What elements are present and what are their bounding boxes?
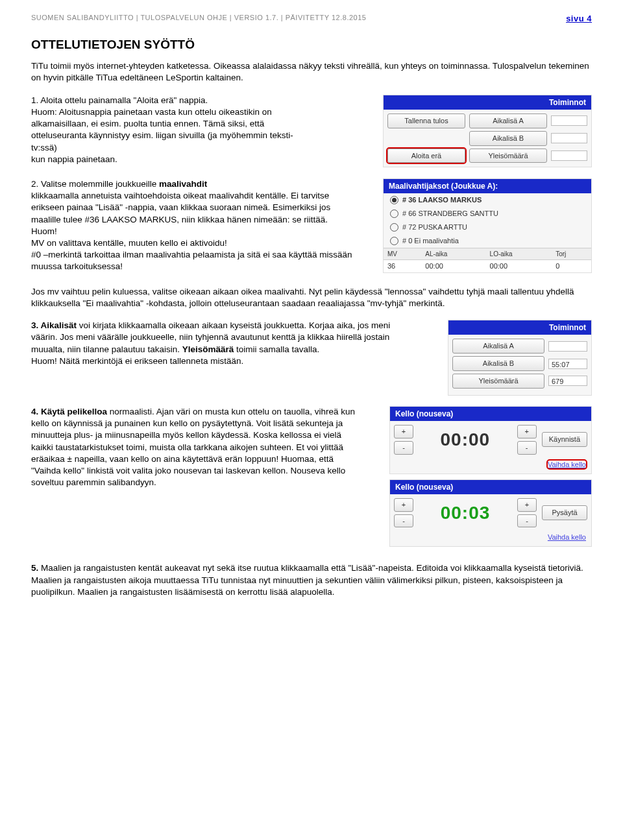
min-plus-button[interactable]: + (394, 425, 413, 438)
min-minus-button[interactable]: - (394, 441, 413, 455)
toiminnot-panel: Toiminnot Tallenna tulos Aikalisä A Aika… (383, 95, 592, 168)
clock-header-1: Kello (nouseva) (390, 407, 591, 421)
maalivahtijaksot-panel: Maalivahtijaksot (Joukkue A): # 36 LAAKS… (383, 178, 592, 273)
aikalisa-a-value[interactable] (548, 341, 587, 352)
page-number: sivu 4 (566, 13, 592, 25)
mv-option-72[interactable]: # 72 PUSKA ARTTU (384, 221, 591, 234)
toiminnot-header: Toiminnot (384, 95, 591, 110)
sec-plus-button-2[interactable]: + (517, 498, 537, 512)
yleisomaara-value[interactable]: 679 (548, 376, 587, 386)
sec-plus-button[interactable]: + (517, 425, 537, 438)
step4: 4. Käytä pelikelloa normaalisti. Ajan vä… (31, 406, 356, 489)
intro-text: TiTu toimii myös internet-yhteyden katke… (31, 60, 592, 84)
toiminnot-panel-2: Toiminnot Aikalisä A Aikalisä B 55:07 Yl… (448, 320, 592, 396)
sec-minus-button[interactable]: - (517, 441, 537, 455)
vaihda-kello-link-2[interactable]: Vaihda kello (548, 533, 586, 541)
min-plus-button-2[interactable]: + (394, 498, 413, 512)
yleisomaara-field[interactable] (551, 150, 587, 161)
mv-change-note: Jos mv vaihtuu pelin kuluessa, valitse o… (31, 286, 592, 309)
th-lo: LO-aika (486, 248, 552, 260)
tallenna-tulos-button[interactable]: Tallenna tulos (387, 114, 465, 128)
th-torj: Torj (552, 248, 591, 260)
clock-panel-stopped: Kello (nouseva) + - 00:00 + - Käynnistä … (389, 406, 592, 474)
pysayta-button[interactable]: Pysäytä (542, 505, 587, 520)
mv-option-0[interactable]: # 0 Ei maalivahtia (384, 234, 591, 248)
aikalisa-a-field[interactable] (551, 115, 587, 126)
clock-time-1: 00:00 (419, 427, 512, 452)
aikalisa-a-button[interactable]: Aikalisä A (469, 114, 547, 128)
aloita-era-button[interactable]: Aloita erä (387, 149, 465, 163)
step5: 5. Maalien ja rangaistusten kentät aukea… (31, 562, 592, 598)
clock-panel-running: Kello (nouseva) + - 00:03 + - Pysäytä Va… (389, 479, 592, 547)
mv-option-66[interactable]: # 66 STRANDBERG SANTTU (384, 207, 591, 221)
breadcrumb: SUOMEN SALIBANDYLIITTO | TULOSPALVELUN O… (31, 13, 366, 25)
sec-minus-button-2[interactable]: - (517, 514, 537, 528)
clock-time-2: 00:03 (419, 501, 512, 525)
th-al: AL-aika (421, 248, 485, 260)
mv-option-36[interactable]: # 36 LAAKSO MARKUS (384, 193, 591, 207)
min-minus-button-2[interactable]: - (394, 514, 413, 528)
aikalisa-b-button-2[interactable]: Aikalisä B (452, 356, 544, 371)
step1: 1. Aloita ottelu painamalla "Aloita erä"… (31, 95, 310, 165)
th-mv: MV (384, 248, 421, 260)
step3: 3. Aikalisät voi kirjata klikkaamalla oi… (31, 320, 414, 367)
step2: 2. Valitse molemmille joukkueille maaliv… (31, 178, 356, 273)
yleisomaara-button-2[interactable]: Yleisömäärä (452, 374, 544, 389)
page-title: OTTELUTIETOJEN SYÖTTÖ (31, 36, 592, 53)
toiminnot-header-2: Toiminnot (448, 320, 591, 335)
yleisomaara-button[interactable]: Yleisömäärä (469, 149, 547, 163)
clock-header-2: Kello (nouseva) (390, 480, 591, 494)
vaihda-kello-link-1[interactable]: Vaihda kello (548, 461, 586, 468)
aikalisa-b-field[interactable] (551, 133, 587, 143)
aikalisa-b-value[interactable]: 55:07 (548, 359, 587, 369)
mv-table: MV AL-aika LO-aika Torj 36 00:00 00:00 0 (384, 248, 591, 272)
aikalisa-b-button[interactable]: Aikalisä B (469, 131, 547, 146)
mv-header: Maalivahtijaksot (Joukkue A): (384, 179, 591, 193)
aikalisa-a-button-2[interactable]: Aikalisä A (452, 339, 544, 354)
kaynnista-button[interactable]: Käynnistä (542, 432, 587, 447)
table-row[interactable]: 36 00:00 00:00 0 (384, 260, 591, 272)
